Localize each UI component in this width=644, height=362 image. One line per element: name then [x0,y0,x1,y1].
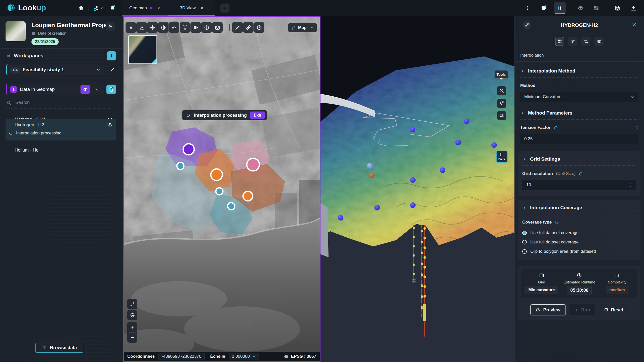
info-tool[interactable] [201,22,212,33]
pan-select-tool[interactable] [126,22,136,33]
quad-grid-icon [557,39,562,44]
grid-icon [539,273,544,278]
group-interpolation-method[interactable]: Interpolation Method [520,68,638,74]
inspector-tabs [515,37,644,46]
exit-processing-button[interactable]: Exit [250,112,265,119]
scale-dropdown[interactable]: 1:000000 [229,353,259,360]
coverage-option-clip[interactable]: Clip to polygon area (from dataset) [522,249,636,254]
group-method-parameters[interactable]: Method Parameters [520,110,638,116]
info-icon [554,126,558,130]
divider [520,77,638,78]
layer-item-hydrogen[interactable]: Hydrogen - H2 [6,120,116,130]
draw-tool[interactable] [232,22,243,33]
lighting-tool[interactable] [180,22,190,33]
topbar-divider [607,5,607,12]
terrain-3d-canvas[interactable] [320,16,514,362]
tab-overview[interactable] [555,37,564,46]
action-buttons: Preview Run Reset [521,304,637,315]
basemap-dropdown[interactable]: Map [288,23,317,32]
tab-parameters[interactable] [568,37,577,46]
split-view-button[interactable] [554,2,566,14]
chat-icon [541,5,547,11]
minimap[interactable] [128,35,157,64]
center-target-tool[interactable] [147,22,158,33]
tension-stepper[interactable] [635,125,638,130]
data-group-label: Data in Geomap [20,87,77,92]
tools-palette-header[interactable]: Tools [495,70,508,79]
geo-map-panel: Map Interpolation processing Exit + − Co… [123,16,320,362]
close-panel-button[interactable] [630,22,638,28]
display-settings-tool[interactable] [497,111,506,120]
layer-item-helium[interactable]: Helium - He [6,145,116,155]
layers-mode-button[interactable] [80,85,90,94]
project-settings-button[interactable] [106,22,115,31]
tab-crop[interactable] [581,37,590,46]
data-panel-button[interactable]: Data [496,151,508,163]
zoom-in-button[interactable]: + [127,322,137,332]
group-grid-settings[interactable]: Grid Settings [522,156,636,162]
layer-processing-status: Interpolation processing [9,131,62,136]
record-tool[interactable] [190,22,201,33]
radio-selected [522,231,527,235]
home-button[interactable] [76,3,86,13]
history-tool[interactable] [254,22,264,33]
comments-button[interactable] [539,3,549,13]
zoom-out-button[interactable]: − [127,333,137,343]
grid-resolution-label: Grid resolution (Cell Size) [522,171,636,176]
search-input[interactable] [15,100,91,105]
visibility-eye-icon[interactable] [107,122,113,128]
layers-view-button[interactable] [576,3,586,13]
data-in-geomap-row[interactable]: 3 Data in Geomap [6,84,104,95]
fullscreen-map-button[interactable] [127,299,137,309]
coverage-option-full-2[interactable]: Use full dataset coverage [522,240,636,245]
preview-button[interactable]: Preview [530,304,566,315]
group-interpolation-coverage[interactable]: Interpolation Coverage [522,205,636,210]
coverage-option-full-1[interactable]: Use full dataset coverage [522,230,636,235]
close-tab-icon[interactable]: ✕ [157,6,160,11]
grid-resolution-input[interactable]: 10 [522,180,636,190]
grid-3d-tool[interactable] [169,22,179,33]
spinner-icon [9,131,13,135]
save-button[interactable] [612,3,622,13]
contrast-tool[interactable] [158,22,169,33]
add-point-tool[interactable] [497,99,506,108]
logo-orb-icon [7,3,16,12]
notifications-button[interactable] [108,3,118,13]
measure-angle-tool[interactable] [136,22,147,33]
tab-3d-view[interactable]: 3D View ✕ [168,0,215,16]
grid-resolution-stepper[interactable] [629,183,632,188]
edit-workspace-button[interactable] [108,66,115,74]
coverage-type-label: Coverage type [522,220,636,225]
topbar-divider [89,5,89,12]
reset-view-button[interactable] [127,310,137,320]
apps-grid-button[interactable] [591,3,601,13]
account-button[interactable] [92,3,105,13]
inspector-header: HYDROGEN-H2 [515,16,644,34]
reset-button[interactable]: Reset [599,304,628,315]
download-button[interactable] [628,3,638,13]
chevron-right-icon [522,157,527,161]
new-tab-button[interactable] [220,4,229,13]
inspector-panel: HYDROGEN-H2 Interpolation Interpolation … [514,16,644,362]
map-canvas[interactable] [124,17,320,361]
active-indicator [555,13,565,14]
more-menu-button[interactable] [522,3,532,13]
add-workspace-button[interactable] [107,51,116,60]
runtime-badge: 05:30:00 [567,286,592,295]
ruler-tool[interactable] [243,22,254,33]
tab-geo-map[interactable]: Geo map ✕ [122,0,168,16]
tree-mode-button[interactable] [93,85,102,94]
zoom-controls: + − [127,322,137,343]
add-data-button[interactable] [106,85,116,94]
close-tab-icon[interactable]: ✕ [200,6,204,11]
browse-data-button[interactable]: Browse data [35,343,83,353]
workspace-selector[interactable]: 1/4 Feasibility study 1 [6,64,104,75]
analytics-zoom-tool[interactable] [497,86,506,95]
minimap-resize-handle[interactable] [151,58,156,63]
screenshot-tool[interactable] [212,22,223,33]
tab-symbology[interactable] [594,37,603,46]
chevron-right-icon [520,69,525,73]
run-button[interactable]: Run [569,304,595,315]
tension-factor-input[interactable]: 0.25 [520,134,638,144]
method-select[interactable]: Minimum Curvature [520,92,638,102]
